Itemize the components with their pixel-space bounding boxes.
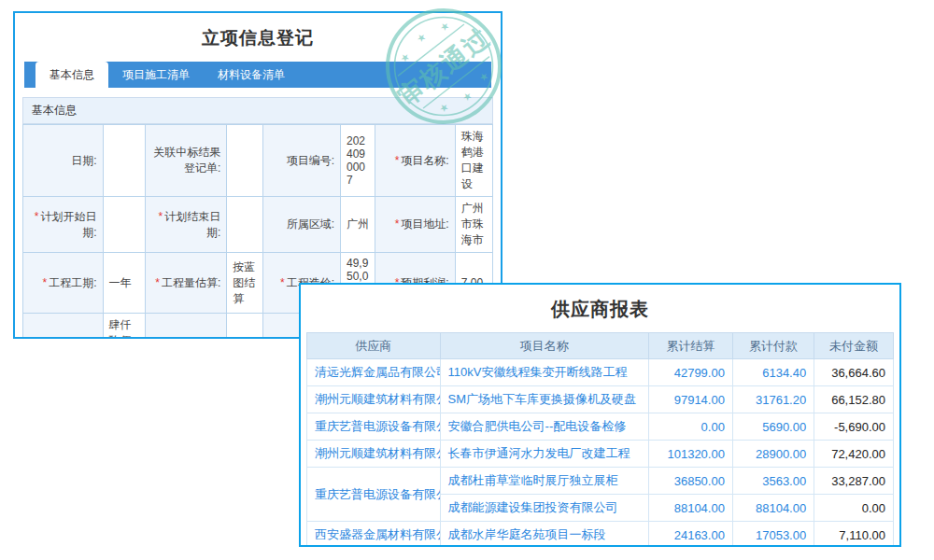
supplier-report-panel: 供应商报表 供应商 项目名称 累计结算 累计付款 未付金额 清远光辉金属品有限公… [299,283,901,547]
supplier-report-table: 供应商 项目名称 累计结算 累计付款 未付金额 清远光辉金属品有限公司 110k… [306,332,894,547]
table-row: 清远光辉金属品有限公司 110kV安徽线程集变开断线路工程 42799.00 6… [307,359,894,386]
field-value-project-name: 珠海鹤港口建设 [455,125,492,197]
unpaid-amount: 7,110.00 [814,522,894,548]
project-link[interactable]: 成都水岸华庭名苑项目一标段 [440,522,649,548]
unpaid-amount: 36,664.60 [814,359,894,386]
field-label-project-address: *项目地址: [375,197,456,253]
project-link[interactable]: 110kV安徽线程集变开断线路工程 [440,359,649,386]
paid-amount[interactable]: 28900.00 [732,441,814,468]
label-text: 所属区域: [287,217,334,231]
col-header-supplier: 供应商 [307,333,441,359]
required-marker: * [35,210,39,223]
unpaid-amount: -5,690.00 [814,413,894,441]
supplier-link[interactable]: 重庆艺普电源设备有限公司 [307,468,441,522]
project-link[interactable]: 长春市伊通河水力发电厂改建工程 [440,441,649,468]
tab-construction-list[interactable]: 项目施工清单 [108,62,204,88]
supplier-link[interactable]: 清远光辉金属品有限公司 [307,359,441,386]
field-value-plan-end-date [227,197,262,253]
label-text: 关联中标结果登记单: [153,146,220,175]
supplier-link[interactable]: 潮州元顺建筑材料有限公司 [307,386,441,413]
field-value-linked-bid-result [227,125,262,197]
supplier-link[interactable]: 西安盛器金属材料有限公司 [307,522,441,548]
settled-amount[interactable]: 24163.00 [649,522,733,548]
required-marker: * [280,276,285,289]
label-text: 计划开始日期: [41,210,97,239]
unpaid-amount: 72,420.00 [814,441,894,468]
form-row: *计划开始日期: *计划结束日期: 所属区域: 广州 *项目地址: 广州市珠海市 [23,197,493,253]
table-row: 潮州元顺建筑材料有限公司 长春市伊通河水力发电厂改建工程 101320.00 2… [307,441,894,468]
screen: 立项信息登记 基本信息 项目施工清单 材料设备清单 基本信息 日期: 关联中标结… [0,0,934,560]
table-row: 潮州元顺建筑材料有限公司 SM广场地下车库更换摄像机及硬盘 97914.00 3… [307,386,894,413]
field-value-project-address: 广州市珠海市 [455,197,492,253]
required-marker: * [42,276,47,289]
supplier-link[interactable]: 重庆艺普电源设备有限公司 [307,413,441,441]
label-text: 项目地址: [401,217,448,231]
project-link[interactable]: 成都杜甫草堂临时展厅独立展柜 [440,468,649,495]
field-label-project-number: 项目编号: [262,125,340,197]
section-header-basic-info: 基本信息 [22,97,493,124]
paid-amount[interactable]: 5690.00 [732,413,814,441]
paid-amount[interactable]: 88104.00 [732,495,814,522]
settled-amount[interactable]: 101320.00 [649,441,733,468]
unpaid-amount: 33,287.00 [814,468,894,495]
label-text: 日期: [71,154,96,167]
col-header-paid-total: 累计付款 [732,333,814,359]
field-value-project-type: 路桥 [227,314,262,340]
field-label-cost-in-words: 造价(大写): [23,314,104,340]
paid-amount[interactable]: 3563.00 [732,468,814,495]
col-header-project-name: 项目名称 [440,333,649,359]
project-link[interactable]: 成都能源建设集团投资有限公司 [440,495,649,522]
field-label-quantity-estimate: *工程量估算: [145,253,227,314]
paid-amount[interactable]: 6134.40 [732,359,814,386]
supplier-link[interactable]: 潮州元顺建筑材料有限公司 [307,441,441,468]
settled-amount[interactable]: 97914.00 [649,386,733,413]
required-marker: * [395,217,400,231]
project-link[interactable]: SM广场地下车库更换摄像机及硬盘 [440,386,649,413]
field-label-region: 所属区域: [262,197,340,253]
label-text: 项目名称: [401,154,448,167]
table-row: 重庆艺普电源设备有限公司 成都杜甫草堂临时展厅独立展柜 36850.00 356… [307,468,894,495]
field-value-project-number: 2024090007 [340,125,375,197]
field-label-plan-end-date: *计划结束日期: [145,197,227,253]
settled-amount[interactable]: 36850.00 [649,468,733,495]
field-label-linked-bid-result: 关联中标结果登记单: [145,125,227,197]
report-header-row: 供应商 项目名称 累计结算 累计付款 未付金额 [307,333,894,359]
settled-amount[interactable]: 0.00 [649,413,733,441]
field-value-plan-start-date [103,197,145,253]
required-marker: * [395,154,400,167]
label-text: 项目编号: [287,154,334,167]
field-label-plan-start-date: *计划开始日期: [23,197,104,253]
field-value-date [103,125,145,197]
col-header-settled-total: 累计结算 [649,333,733,359]
tab-material-equipment-list[interactable]: 材料设备清单 [204,62,299,88]
registration-title: 立项信息登记 [15,13,501,62]
required-marker: * [155,276,160,289]
field-value-project-duration: 一年 [103,253,145,314]
field-value-quantity-estimate: 按蓝图结算 [227,253,262,314]
report-title: 供应商报表 [301,285,899,332]
table-row: 重庆艺普电源设备有限公司 安徽合肥供电公司--配电设备检修 0.00 5690.… [307,413,894,441]
field-label-date: 日期: [23,125,104,197]
label-text: 工程量估算: [162,276,220,289]
field-label-project-name: *项目名称: [375,125,456,197]
unpaid-amount: 66,152.80 [814,386,894,413]
field-value-cost-in-words: 肆仟玖佰玖拾伍万零捌拾捌元整 [103,314,145,340]
tab-bar: 基本信息 项目施工清单 材料设备清单 [24,62,491,88]
label-text: 工程工期: [49,276,96,289]
form-row: 日期: 关联中标结果登记单: 项目编号: 2024090007 *项目名称: 珠… [23,125,493,197]
paid-amount[interactable]: 17053.00 [732,522,814,548]
settled-amount[interactable]: 88104.00 [649,495,733,522]
label-text: 计划结束日期: [164,210,220,239]
tab-basic-info[interactable]: 基本信息 [35,62,108,88]
field-label-project-type: 项目类型: [145,314,227,340]
paid-amount[interactable]: 31761.20 [732,386,814,413]
col-header-unpaid-amount: 未付金额 [814,333,894,359]
field-value-region: 广州 [340,197,375,253]
project-link[interactable]: 安徽合肥供电公司--配电设备检修 [440,413,649,441]
settled-amount[interactable]: 42799.00 [649,359,733,386]
unpaid-amount: 0.00 [814,495,894,522]
required-marker: * [159,210,163,223]
table-row: 西安盛器金属材料有限公司 成都水岸华庭名苑项目一标段 24163.00 1705… [307,522,894,548]
field-label-project-duration: *工程工期: [23,253,104,314]
